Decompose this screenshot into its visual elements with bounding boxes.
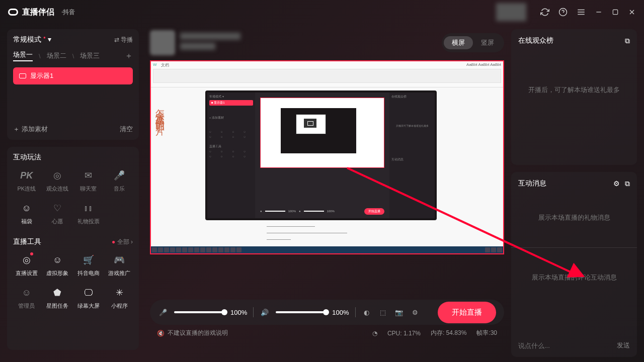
xingtu[interactable]: ⬟星图任务 — [44, 286, 71, 310]
right-panel: 在线观众榜 ⧉ 开播后，可了解本场谁送礼最多 互动消息 ⚙⧉ 展示本场直播的礼物… — [508, 24, 644, 362]
scene-tab-3[interactable]: 场景三 — [80, 51, 100, 60]
mode-selector[interactable]: 常规模式 ● ▾ — [13, 35, 51, 44]
close-icon[interactable] — [628, 8, 636, 16]
perf-icon: ◔ — [372, 330, 377, 337]
interact-panel: 互动玩法 PKPK连线 ◎观众连线 ✉聊天室 🎤音乐 ☺福袋 ♡心愿 ⫾⫾礼物投… — [7, 147, 139, 350]
refresh-icon[interactable] — [540, 8, 549, 17]
virtual-avatar[interactable]: ☺虚拟形象 — [44, 253, 71, 277]
app-logo: 直播伴侣 ·抖音 — [8, 7, 75, 18]
music[interactable]: 🎤音乐 — [106, 169, 133, 193]
interact-title: 互动玩法 — [13, 153, 133, 162]
orient-vertical[interactable]: 竖屏 — [473, 36, 502, 49]
daobo-toggle[interactable]: ⇄ 导播 — [114, 36, 133, 44]
ecommerce[interactable]: 🛒抖音电商 — [75, 253, 102, 277]
fps-status: 帧率:30 — [476, 329, 497, 337]
stream-settings[interactable]: ◎直播设置 — [13, 253, 40, 277]
mem-status: 内存: 54.83% — [431, 329, 466, 337]
audience-title: 在线观众榜 — [518, 36, 553, 45]
status-bar: 🔇 不建议直播的游戏说明 ◔ CPU: 1.17% 内存: 54.83% 帧率:… — [150, 325, 504, 341]
gear-icon[interactable]: ⚙ — [613, 179, 620, 188]
game-promo[interactable]: 🎮游戏推广 — [106, 253, 133, 277]
titlebar: 直播伴侣 ·抖音 — [0, 0, 644, 24]
help-icon[interactable] — [558, 8, 568, 17]
gift-vote[interactable]: ⫾⫾礼物投票 — [75, 202, 102, 225]
add-scene-icon[interactable]: ＋ — [125, 51, 133, 61]
speaker-icon[interactable]: 🔊 — [260, 309, 270, 316]
msg-title: 互动消息 — [518, 179, 546, 188]
monitor-icon — [19, 73, 26, 78]
start-stream-button[interactable]: 开始直播 — [438, 302, 496, 323]
audience-link[interactable]: ◎观众连线 — [44, 169, 71, 193]
minimize-icon[interactable] — [595, 8, 603, 16]
maximize-icon[interactable] — [612, 9, 619, 16]
mixer-icon[interactable]: ◐ — [362, 309, 372, 316]
lucky-bag[interactable]: ☺福袋 — [13, 202, 40, 225]
all-tools-link[interactable]: ● 全部 › — [112, 238, 133, 246]
camera-icon[interactable]: 📷 — [394, 309, 404, 316]
effects-icon[interactable]: ⬚ — [378, 309, 388, 316]
menu-icon[interactable] — [577, 8, 586, 17]
scene-panel: 常规模式 ● ▾ ⇄ 导播 场景一 \ 场景二 \ 场景三 ＋ 显示器1 ＋ 添… — [7, 29, 139, 140]
pk-link[interactable]: PKPK连线 — [13, 169, 40, 193]
center-area: 横屏 竖屏 W文档AaBbt AaBbt AaBbt 怎会迷恋巫山的那一片 常规… — [146, 24, 508, 362]
gift-placeholder: 展示本场直播的礼物消息 — [518, 188, 630, 247]
audio-bar: 🎤 100% 🔊 100% ◐ ⬚ 📷 ⚙ 开始直播 — [150, 300, 504, 325]
mic-slider[interactable] — [174, 311, 224, 313]
spk-pct: 100% — [332, 309, 349, 316]
miniapp[interactable]: ✳小程序 — [106, 286, 133, 310]
add-source-button[interactable]: ＋ 添加素材 — [13, 125, 48, 134]
user-avatar[interactable] — [496, 3, 526, 21]
chatroom[interactable]: ✉聊天室 — [75, 169, 102, 193]
admin[interactable]: ☺管理员 — [13, 286, 40, 310]
game-note[interactable]: 不建议直播的游戏说明 — [168, 329, 228, 337]
audience-placeholder: 开播后，可了解本场谁送礼最多 — [518, 45, 630, 135]
settings-icon[interactable]: ⚙ — [410, 309, 420, 316]
orientation-tabs: 横屏 竖屏 — [442, 33, 504, 52]
send-button[interactable]: 发送 — [617, 341, 630, 350]
orient-horizontal[interactable]: 横屏 — [444, 36, 473, 49]
mic-pct: 100% — [230, 309, 247, 316]
nested-preview: 常规模式 ▾ ■ 显示器1 + 添加素材 ○○○○ ○○○○ 直播工具 ○○○○… — [205, 90, 437, 220]
cpu-status: CPU: 1.17% — [387, 330, 421, 337]
chat-input[interactable] — [518, 342, 617, 349]
scene-tab-1[interactable]: 场景一 — [13, 50, 33, 61]
wish[interactable]: ♡心愿 — [44, 202, 71, 225]
scene-tab-2[interactable]: 场景二 — [47, 51, 66, 60]
mic-icon[interactable]: 🎤 — [158, 309, 168, 316]
preview-canvas[interactable]: W文档AaBbt AaBbt AaBbt 怎会迷恋巫山的那一片 常规模式 ▾ ■… — [150, 60, 504, 254]
tools-title: 直播工具 — [13, 237, 41, 246]
sidebar: 常规模式 ● ▾ ⇄ 导播 场景一 \ 场景二 \ 场景三 ＋ 显示器1 ＋ 添… — [0, 24, 146, 362]
audience-panel: 在线观众榜 ⧉ 开播后，可了解本场谁送礼最多 — [511, 29, 637, 165]
scene-tabs: 场景一 \ 场景二 \ 场景三 ＋ — [13, 50, 133, 61]
vertical-text: 怎会迷恋巫山的那一片 — [154, 102, 166, 122]
popout-icon-2[interactable]: ⧉ — [625, 179, 630, 188]
mute-icon: 🔇 — [157, 330, 165, 337]
popout-icon[interactable]: ⧉ — [625, 37, 630, 45]
source-monitor-1[interactable]: 显示器1 — [13, 67, 133, 84]
greenscreen[interactable]: 🖵绿幕大屏 — [75, 286, 102, 310]
clear-button[interactable]: 清空 — [120, 125, 133, 134]
app-name: 直播伴侣 — [22, 7, 54, 18]
svg-rect-6 — [613, 10, 617, 14]
app-sub: ·抖音 — [61, 8, 75, 17]
logo-icon — [8, 9, 18, 16]
user-thumb[interactable] — [150, 30, 175, 55]
speaker-slider[interactable] — [276, 311, 326, 313]
